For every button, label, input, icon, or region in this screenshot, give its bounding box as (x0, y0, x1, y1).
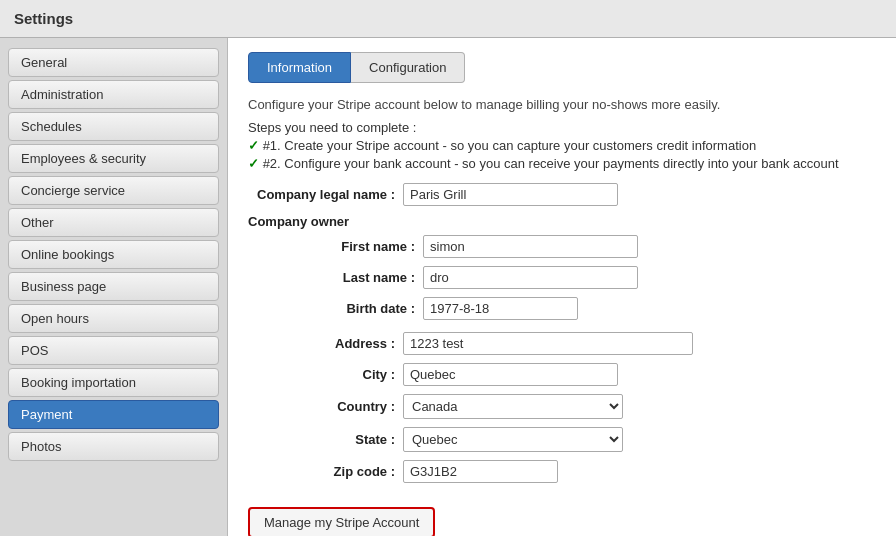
company-legal-name-input[interactable] (403, 183, 618, 206)
content-area: GeneralAdministrationSchedulesEmployees … (0, 38, 896, 536)
sidebar-item-pos[interactable]: POS (8, 336, 219, 365)
city-input[interactable] (403, 363, 618, 386)
city-label: City : (248, 367, 403, 382)
zip-code-row: Zip code : (248, 460, 876, 483)
sidebar-item-photos[interactable]: Photos (8, 432, 219, 461)
manage-stripe-button[interactable]: Manage my Stripe Account (248, 507, 435, 536)
address-label: Address : (248, 336, 403, 351)
manage-stripe-container: Manage my Stripe Account (248, 491, 876, 536)
first-name-input[interactable] (423, 235, 638, 258)
country-select[interactable]: Canada United States Other (403, 394, 623, 419)
window-title: Settings (14, 10, 73, 27)
birth-date-label: Birth date : (268, 301, 423, 316)
steps-section: Steps you need to complete : ✓ #1. Creat… (248, 120, 876, 171)
birth-date-row: Birth date : (268, 297, 876, 320)
tabs-container: Information Configuration (248, 52, 876, 83)
sidebar-item-payment[interactable]: Payment (8, 400, 219, 429)
owner-fields: First name : Last name : Birth date : (248, 235, 876, 320)
birth-date-input[interactable] (423, 297, 578, 320)
step1-check: ✓ (248, 138, 259, 153)
title-bar: Settings (0, 0, 896, 38)
sidebar-item-open-hours[interactable]: Open hours (8, 304, 219, 333)
sidebar-item-general[interactable]: General (8, 48, 219, 77)
last-name-row: Last name : (268, 266, 876, 289)
tab-information[interactable]: Information (248, 52, 351, 83)
step2: ✓ #2. Configure your bank account - so y… (248, 156, 876, 171)
settings-window: Settings GeneralAdministrationSchedulesE… (0, 0, 896, 536)
step2-text: #2. Configure your bank account - so you… (263, 156, 839, 171)
main-panel: Information Configuration Configure your… (228, 38, 896, 536)
country-label: Country : (248, 399, 403, 414)
company-legal-name-label: Company legal name : (248, 187, 403, 202)
sidebar-item-business-page[interactable]: Business page (8, 272, 219, 301)
step1-text: #1. Create your Stripe account - so you … (263, 138, 757, 153)
sidebar-item-other[interactable]: Other (8, 208, 219, 237)
sidebar-item-online-bookings[interactable]: Online bookings (8, 240, 219, 269)
sidebar: GeneralAdministrationSchedulesEmployees … (0, 38, 228, 536)
tab-configuration[interactable]: Configuration (351, 52, 465, 83)
zip-code-input[interactable] (403, 460, 558, 483)
address-input[interactable] (403, 332, 693, 355)
steps-title: Steps you need to complete : (248, 120, 876, 135)
zip-code-label: Zip code : (248, 464, 403, 479)
company-owner-section: Company owner First name : Last name : B… (248, 214, 876, 320)
step1: ✓ #1. Create your Stripe account - so yo… (248, 138, 876, 153)
company-owner-label: Company owner (248, 214, 876, 229)
first-name-row: First name : (268, 235, 876, 258)
address-row: Address : (248, 332, 876, 355)
sidebar-item-schedules[interactable]: Schedules (8, 112, 219, 141)
sidebar-item-employees-security[interactable]: Employees & security (8, 144, 219, 173)
sidebar-item-booking-importation[interactable]: Booking importation (8, 368, 219, 397)
state-select[interactable]: Quebec Ontario British Columbia Alberta (403, 427, 623, 452)
city-row: City : (248, 363, 876, 386)
sidebar-item-administration[interactable]: Administration (8, 80, 219, 109)
country-row: Country : Canada United States Other (248, 394, 876, 419)
last-name-input[interactable] (423, 266, 638, 289)
state-label: State : (248, 432, 403, 447)
description-text: Configure your Stripe account below to m… (248, 97, 876, 112)
state-row: State : Quebec Ontario British Columbia … (248, 427, 876, 452)
first-name-label: First name : (268, 239, 423, 254)
last-name-label: Last name : (268, 270, 423, 285)
step2-check: ✓ (248, 156, 259, 171)
sidebar-item-concierge-service[interactable]: Concierge service (8, 176, 219, 205)
company-legal-name-row: Company legal name : (248, 183, 876, 206)
